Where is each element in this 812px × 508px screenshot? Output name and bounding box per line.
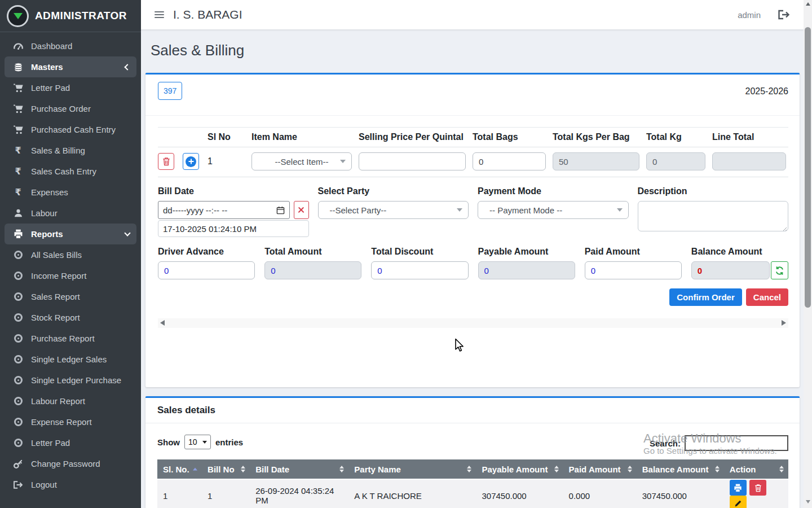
party-select-value: --Select Party-- [330, 205, 387, 215]
party-select[interactable]: --Select Party-- [318, 201, 469, 219]
delete-button[interactable] [749, 480, 766, 496]
sidebar-item-sales-report[interactable]: Sales Report [5, 286, 136, 307]
column-header-balance-amount[interactable]: Balance Amount [637, 459, 724, 479]
sidebar-item-letter-pad[interactable]: Letter Pad [5, 77, 136, 98]
sidebar-item-purchase-order[interactable]: Purchase Order [5, 98, 136, 119]
plus-icon [186, 156, 196, 167]
sidebar-item-sales-billing[interactable]: ₹ Sales & Billing [5, 140, 136, 161]
logout-icon[interactable] [778, 10, 790, 20]
edit-button[interactable] [730, 496, 747, 508]
column-header-action[interactable]: Action [724, 459, 788, 479]
brand: ADMINISTRATOR [0, 0, 141, 32]
paid-amount-input[interactable] [585, 261, 682, 279]
cell-payable-amount: 307450.000 [476, 479, 563, 508]
dropdown-caret-icon [202, 441, 207, 444]
item-table: Sl No Item Name Selling Price Per Quinta… [158, 127, 788, 177]
balance-amount-input [691, 261, 770, 279]
select-party-field: Select Party --Select Party-- [318, 186, 469, 237]
cart-icon [11, 125, 25, 135]
sort-icon [241, 466, 245, 472]
sidebar-item-expenses[interactable]: ₹ Expenses [5, 182, 136, 203]
page-size-select[interactable]: 10 [184, 435, 211, 449]
horizontal-scrollbar[interactable] [158, 318, 788, 328]
scrollbar-thumb[interactable] [805, 27, 811, 308]
sidebar-item-label: Purchase Report [31, 334, 95, 343]
sidebar-item-logout[interactable]: Logout [5, 474, 136, 495]
driver-advance-label: Driver Advance [158, 247, 255, 257]
sidebar-item-single-ledger-sales[interactable]: Single Ledger Sales [5, 349, 136, 370]
selling-price-input[interactable] [359, 152, 466, 170]
app-title: I. S. BARAGI [173, 8, 242, 21]
screen: ADMINISTRATOR Dashboard Masters Letter P… [0, 0, 812, 508]
sidebar-item-label: Income Report [31, 271, 86, 281]
sidebar-item-labour-report[interactable]: Labour Report [5, 391, 136, 411]
cell-sl-no: 1 [157, 479, 202, 508]
cancel-button[interactable]: Cancel [746, 288, 788, 306]
delete-row-button[interactable] [158, 153, 174, 170]
sidebar-item-purchased-cash-entry[interactable]: Purchased Cash Entry [5, 119, 136, 140]
sidebar-item-stock-report[interactable]: Stock Report [5, 307, 136, 328]
sales-table-header-row: Sl. No. Bill No Bill Date Party Name Pay… [157, 459, 788, 479]
sidebar-item-change-password[interactable]: Change Password [5, 453, 136, 474]
sidebar-item-reports[interactable]: Reports [5, 224, 136, 244]
sidebar-item-dashboard[interactable]: Dashboard [5, 36, 136, 56]
sidebar-item-sales-cash-entry[interactable]: ₹ Sales Cash Entry [5, 161, 136, 182]
app-logo-icon [7, 5, 29, 27]
column-header-bill-date[interactable]: Bill Date [250, 459, 348, 479]
column-header-bill-no[interactable]: Bill No [202, 459, 250, 479]
column-header-party-name[interactable]: Party Name [348, 459, 476, 479]
search-input[interactable] [685, 435, 788, 451]
user-menu[interactable]: admin [738, 10, 761, 20]
radio-dot-icon [11, 292, 25, 301]
col-header-item-name: Item Name [251, 132, 359, 142]
vertical-scrollbar[interactable] [804, 0, 812, 508]
driver-advance-field: Driver Advance [158, 247, 255, 279]
menu-toggle-icon[interactable] [155, 10, 164, 20]
cell-bill-no: 1 [202, 479, 250, 508]
radio-dot-icon [11, 418, 25, 426]
sidebar-item-letter-pad-report[interactable]: Letter Pad [5, 432, 136, 453]
sidebar-item-labour[interactable]: Labour [5, 203, 136, 224]
clear-date-button[interactable] [294, 201, 309, 219]
scroll-up-icon[interactable] [806, 2, 810, 6]
sort-icon [715, 466, 720, 472]
total-bags-input[interactable] [473, 152, 546, 170]
scroll-down-icon[interactable] [806, 500, 810, 503]
col-header-line-total: Line Total [712, 132, 788, 142]
sort-icon [628, 466, 632, 472]
bill-date-input[interactable]: dd-----yyyy --:-- -- [158, 201, 290, 219]
description-textarea[interactable] [638, 201, 789, 231]
total-discount-input[interactable] [371, 261, 468, 279]
confirm-order-button[interactable]: Confirm Order [669, 288, 742, 306]
add-row-button[interactable] [183, 153, 199, 170]
printer-icon [11, 229, 25, 239]
cell-party-name: A K T RAICHORE [348, 479, 476, 508]
sidebar-item-purchase-report[interactable]: Purchase Report [5, 328, 136, 349]
sidebar-item-all-sales-bills[interactable]: All Sales Bills [5, 244, 136, 265]
col-header-total-bags: Total Bags [473, 132, 553, 142]
cell-paid-amount: 0.000 [563, 479, 637, 508]
gauge-icon [11, 41, 25, 51]
print-button[interactable] [730, 480, 747, 496]
sidebar-item-masters[interactable]: Masters [5, 56, 136, 77]
column-header-paid-amount[interactable]: Paid Amount [563, 459, 637, 479]
sidebar-item-label: Sales & Billing [31, 146, 85, 155]
item-row: 1 --Select Item-- [158, 147, 788, 177]
payment-mode-select[interactable]: -- Payment Mode -- [478, 201, 629, 219]
scroll-right-icon[interactable] [782, 320, 786, 326]
sidebar-item-single-ledger-purchase[interactable]: Single Ledger Purchase [5, 370, 136, 391]
balance-amount-label: Balance Amount [691, 247, 788, 257]
bill-date-label: Bill Date [158, 186, 309, 196]
scroll-left-icon[interactable] [160, 320, 165, 326]
column-header-sl-no[interactable]: Sl. No. [157, 459, 202, 479]
item-select[interactable]: --Select Item-- [251, 152, 352, 170]
column-header-payable-amount[interactable]: Payable Amount [476, 459, 563, 479]
calendar-icon[interactable] [276, 206, 285, 214]
sidebar-item-expense-report[interactable]: Expense Report [5, 411, 136, 432]
driver-advance-input[interactable] [158, 261, 255, 279]
sidebar-item-income-report[interactable]: Income Report [5, 265, 136, 286]
sidebar-item-label: Change Password [31, 459, 100, 468]
sidebar-item-label: Logout [31, 480, 57, 489]
sales-details-title: Sales details [157, 405, 215, 416]
refresh-button[interactable] [771, 261, 788, 279]
